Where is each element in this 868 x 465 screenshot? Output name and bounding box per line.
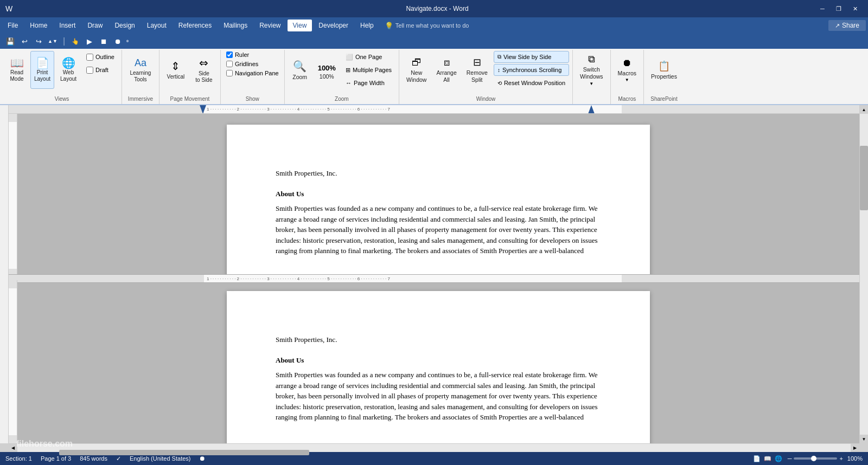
macros-button[interactable]: ⏺ Macros ▼ — [614, 51, 640, 89]
web-layout-status-button[interactable]: 🌐 — [774, 454, 783, 463]
menu-insert[interactable]: Insert — [54, 20, 81, 31]
ribbon-group-switch-windows: ⧉ SwitchWindows ▼ — [573, 50, 611, 104]
macro-record-icon[interactable]: ⏺ — [199, 455, 206, 462]
menu-help[interactable]: Help — [355, 20, 379, 31]
one-page-icon: ⬜ — [346, 54, 353, 61]
scroll-track[interactable] — [860, 114, 868, 435]
properties-button[interactable]: 📋 Properties — [647, 51, 681, 89]
menu-review[interactable]: Review — [254, 20, 286, 31]
horizontal-ruler-top[interactable]: 1 · · · · · · · · · · · 2 · · · · · · · … — [9, 105, 859, 114]
zoom-minus-button[interactable]: ─ — [788, 455, 792, 462]
reset-window-button[interactable]: ⟲ Reset Window Position — [494, 77, 569, 89]
split-divider[interactable]: 1 · · · · · · · · · · · 2 · · · · · · · … — [9, 277, 859, 280]
menu-mailings[interactable]: Mailings — [218, 20, 253, 31]
touch-mode-button[interactable]: 👆 — [69, 35, 81, 47]
redo-button[interactable]: ↪ — [33, 35, 44, 47]
menu-layout[interactable]: Layout — [142, 20, 172, 31]
word-count[interactable]: 845 words — [80, 455, 107, 462]
outline-checkbox[interactable] — [86, 54, 93, 61]
language-indicator[interactable]: English (United States) — [130, 455, 191, 462]
draft-checkbox[interactable] — [86, 67, 93, 74]
menu-references[interactable]: References — [173, 20, 217, 31]
vertical-scrollbar[interactable]: ▲ ▼ — [859, 105, 868, 443]
properties-icon: 📋 — [658, 60, 670, 72]
undo-button[interactable]: ↩ — [18, 35, 30, 47]
view-mode-icons: 📄 📖 🌐 — [752, 454, 783, 463]
close-button[interactable]: ✕ — [847, 3, 863, 14]
page-indicator[interactable]: Page 1 of 3 — [41, 455, 71, 462]
vertical-ruler-left-bottom[interactable] — [9, 280, 17, 443]
menu-home[interactable]: Home — [24, 20, 53, 31]
save-qat-button[interactable]: 💾 — [4, 35, 16, 47]
page-width-button[interactable]: ↔ Page Width — [342, 77, 395, 89]
new-window-button[interactable]: 🗗 NewWindow — [403, 51, 430, 89]
outline-label: Outline — [95, 54, 114, 60]
zoom-dialog-button[interactable]: 🔍 Zoom — [288, 51, 312, 89]
vertical-button[interactable]: ⇕ Vertical — [163, 51, 189, 89]
gridlines-checkbox-item[interactable]: Gridlines — [224, 60, 281, 68]
view-side-by-side-button[interactable]: ⧉ View Side by Side — [494, 51, 569, 63]
menu-view[interactable]: View — [288, 20, 312, 31]
one-page-button[interactable]: ⬜ One Page — [342, 51, 395, 63]
view-side-by-side-icon: ⧉ — [497, 54, 501, 60]
outline-button[interactable]: Outline — [82, 51, 118, 63]
switch-windows-button[interactable]: ⧉ SwitchWindows ▼ — [576, 51, 607, 89]
remove-split-button[interactable]: ⊟ RemoveSplit — [463, 51, 492, 89]
zoom-control[interactable]: ─ + 100% — [788, 455, 863, 462]
proofing-icon[interactable]: ✓ — [116, 455, 121, 462]
gridlines-checkbox[interactable] — [226, 61, 233, 67]
zoom-percent[interactable]: 100% — [847, 455, 863, 462]
ribbon: 📖 ReadMode 📄 PrintLayout 🌐 WebLayout Out… — [0, 49, 868, 105]
views-group-label: Views — [5, 95, 118, 103]
print-layout-status-button[interactable]: 📄 — [752, 454, 762, 463]
menu-developer[interactable]: Developer — [313, 20, 354, 31]
document-area: 1 · · · · · · · · · · · 2 · · · · · · · … — [9, 105, 859, 443]
scroll-down-button[interactable]: ▼ — [860, 435, 868, 443]
draft-button[interactable]: Draft — [82, 64, 118, 76]
multiple-pages-icon: ⊞ — [346, 67, 350, 74]
switch-windows-icon: ⧉ — [588, 54, 595, 65]
scroll-h-thumb[interactable] — [59, 450, 309, 455]
arrange-all-button[interactable]: ⧈ ArrangeAll — [432, 51, 460, 89]
menu-file[interactable]: File — [2, 20, 23, 31]
nav-pane-checkbox[interactable] — [226, 70, 233, 76]
side-to-side-button[interactable]: ⇔ Sideto Side — [191, 51, 217, 89]
zoom-slider-thumb[interactable] — [811, 456, 816, 461]
scroll-up-button[interactable]: ▲ — [860, 105, 868, 114]
arrange-all-icon: ⧈ — [444, 57, 450, 68]
tell-me-field[interactable]: Tell me what you want to do — [395, 22, 469, 29]
learning-tools-button[interactable]: Aa LearningTools — [125, 51, 156, 89]
share-button[interactable]: ↗ Share — [828, 20, 866, 31]
customize-qat-button[interactable]: ▲▼ — [47, 35, 59, 47]
menu-draw[interactable]: Draw — [82, 20, 108, 31]
sync-scrolling-button[interactable]: ↕ Synchronous Scrolling — [494, 64, 569, 76]
minimize-button[interactable]: ─ — [815, 3, 830, 14]
multiple-pages-button[interactable]: ⊞ Multiple Pages — [342, 64, 395, 76]
stop-button[interactable]: ⏹ — [98, 35, 110, 47]
horizontal-scrollbar[interactable]: ◀ ▶ — [9, 443, 859, 452]
vertical-ruler-left-top[interactable] — [9, 114, 17, 277]
zoom-slider[interactable] — [794, 457, 837, 460]
scroll-area-top[interactable]: Smith Properties, Inc. About Us Smith Pr… — [17, 114, 859, 277]
menu-bar: File Home Insert Draw Design Layout Refe… — [0, 17, 868, 34]
watermark: filehorse.com — [16, 439, 73, 449]
zoom-100-button[interactable]: 100% 100% — [314, 51, 340, 89]
web-layout-button[interactable]: 🌐 WebLayout — [56, 51, 80, 89]
ruler-checkbox-item[interactable]: Ruler — [224, 51, 281, 59]
ruler-checkbox[interactable] — [226, 51, 233, 58]
print-layout-button[interactable]: 📄 PrintLayout — [30, 51, 54, 89]
nav-pane-checkbox-item[interactable]: Navigation Pane — [224, 69, 281, 77]
pane-1: Smith Properties, Inc. About Us Smith Pr… — [9, 114, 859, 277]
play-button[interactable]: ▶ — [84, 35, 95, 47]
menu-design[interactable]: Design — [109, 20, 140, 31]
zoom-plus-button[interactable]: + — [839, 455, 843, 462]
scroll-right-button[interactable]: ▶ — [851, 444, 859, 452]
read-mode-button[interactable]: 📖 ReadMode — [5, 51, 28, 89]
read-mode-status-button[interactable]: 📖 — [763, 454, 773, 463]
scroll-area-bottom[interactable]: Smith Properties, Inc. About Us Smith Pr… — [17, 280, 859, 443]
restore-button[interactable]: ❐ — [831, 3, 846, 14]
doc-heading-1: About Us — [276, 189, 601, 199]
scroll-thumb[interactable] — [860, 146, 868, 210]
ribbon-group-show: Ruler Gridlines Navigation Pane Show — [221, 50, 285, 104]
record-button[interactable]: ⏺ — [112, 35, 124, 47]
